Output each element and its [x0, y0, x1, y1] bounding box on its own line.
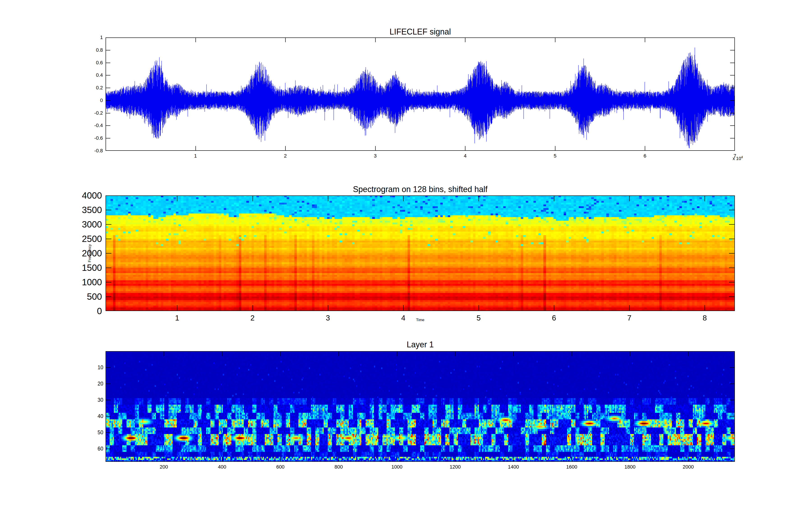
layer1-x-tick-label: 200 [160, 464, 168, 470]
spectrogram-title: Spectrogram on 128 bins, shifted half [353, 185, 487, 194]
spectrogram-x-tick-label: 6 [552, 314, 556, 322]
waveform-y-tick-label: 0.4 [96, 72, 103, 78]
spectrogram-x-tick-label: 4 [401, 314, 405, 322]
spectrogram-xlabel: Time [416, 318, 424, 322]
layer1-title: Layer 1 [407, 340, 434, 349]
spectrogram-x-tick-label: 7 [627, 314, 631, 322]
layer1-y-tick-label: 50 [97, 430, 103, 436]
spectrogram-y-tick-label: 500 [87, 292, 102, 302]
layer1-y-tick-label: 30 [97, 397, 103, 403]
waveform-y-tick-label: -0.8 [94, 148, 103, 154]
waveform-y-tick-label: 1 [100, 34, 103, 41]
spectrogram-y-tick-label: 0 [97, 306, 102, 316]
waveform-y-tick-label: 0.2 [96, 85, 103, 91]
waveform-x-tick-label: 7 [733, 153, 736, 159]
spectrogram-y-tick-label: 1500 [82, 263, 102, 273]
layer1-x-tick-label: 800 [335, 464, 343, 470]
spectrogram-y-tick-label: 2500 [82, 234, 102, 244]
waveform-x-tick-label: 3 [374, 153, 377, 159]
spectrogram-x-tick-label: 8 [703, 314, 707, 322]
spectrogram-x-tick-label: 2 [250, 314, 254, 322]
layer1-x-tick-label: 1000 [391, 464, 402, 470]
layer1-y-tick-label: 20 [97, 381, 103, 387]
waveform-y-tick-label: -0.6 [94, 135, 103, 141]
layer1-y-tick-label: 10 [97, 364, 103, 371]
waveform-y-tick-label: -0.2 [94, 110, 103, 116]
layer1-x-tick-label: 400 [218, 464, 226, 470]
waveform-plot-canvas [106, 37, 735, 151]
spectrogram-heatmap-canvas [106, 196, 735, 311]
waveform-x-tick-label: 4 [464, 153, 467, 159]
waveform-x-tick-label: 1 [194, 153, 197, 159]
spectrogram-y-tick-label: 4000 [82, 190, 102, 201]
waveform-y-tick-label: 0.8 [96, 47, 103, 53]
layer1-x-tick-label: 1800 [624, 464, 636, 470]
spectrogram-y-tick-label: 3000 [82, 219, 102, 230]
spectrogram-y-tick-label: 2000 [82, 248, 102, 258]
waveform-x-tick-label: 6 [644, 153, 646, 159]
spectrogram-x-tick-label: 1 [175, 314, 179, 322]
layer1-y-tick-label: 60 [97, 446, 103, 452]
layer1-x-tick-label: 1200 [450, 464, 461, 470]
waveform-title: LIFECLEF signal [390, 27, 451, 36]
waveform-x-tick-label: 2 [284, 153, 287, 159]
waveform-x-tick-label: 5 [554, 153, 556, 159]
waveform-y-tick-label: 0 [100, 98, 103, 103]
layer1-x-tick-label: 2000 [683, 464, 694, 470]
spectrogram-x-tick-label: 3 [326, 314, 330, 322]
spectrogram-y-tick-label: 3500 [82, 205, 102, 215]
spectrogram-x-tick-label: 5 [477, 314, 481, 322]
layer1-x-tick-label: 600 [276, 464, 285, 470]
layer1-x-tick-label: 1400 [508, 464, 519, 470]
waveform-y-tick-label: -0.4 [94, 123, 103, 128]
matlab-figure: LIFECLEF signal x 104 Spectrogram on 128… [0, 0, 812, 520]
layer1-x-tick-label: 1600 [566, 464, 577, 470]
layer1-heatmap-canvas [106, 351, 735, 462]
waveform-y-tick-label: 0.6 [96, 60, 103, 66]
layer1-y-tick-label: 40 [97, 413, 103, 419]
spectrogram-y-tick-label: 1000 [82, 277, 102, 287]
x-multiplier-exponent: 4 [741, 155, 743, 159]
